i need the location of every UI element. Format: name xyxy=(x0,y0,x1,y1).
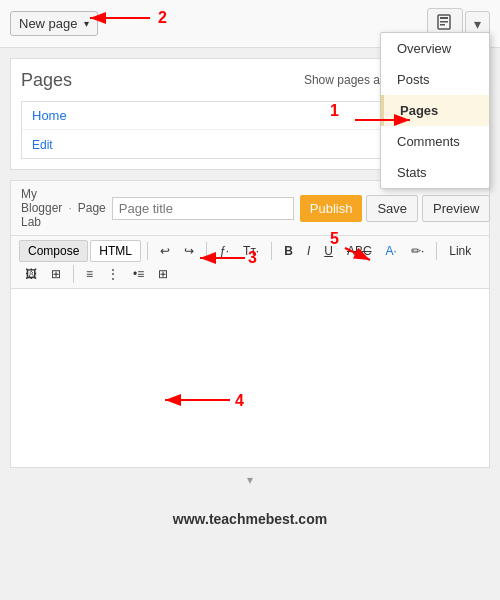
toolbar-separator xyxy=(147,242,148,260)
pages-title: Pages xyxy=(21,70,72,91)
show-pages-label: Show pages as xyxy=(304,73,386,87)
bg-color-button[interactable]: ✏· xyxy=(405,241,430,261)
toolbar-separator xyxy=(73,265,74,283)
editor-wrapper: My Blogger Lab · Page Publish Save Previ… xyxy=(10,180,490,491)
nav-dropdown: Overview Posts Pages Comments Stats xyxy=(380,32,490,189)
toolbar-separator xyxy=(271,242,272,260)
editor-toolbar: Compose HTML ↩ ↪ ƒ· Тт· B I U ABC A· ✏· … xyxy=(10,235,490,288)
html-tab[interactable]: HTML xyxy=(90,240,141,262)
dropdown-item-stats[interactable]: Stats xyxy=(381,157,489,188)
new-page-button[interactable]: New page ▾ xyxy=(10,11,98,36)
footer: www.teachmebest.com xyxy=(0,501,500,537)
publish-button[interactable]: Publish xyxy=(300,195,363,222)
font-size-button[interactable]: Тт· xyxy=(237,241,265,261)
table-button[interactable]: ⊞ xyxy=(152,264,174,284)
svg-rect-3 xyxy=(440,24,445,26)
bold-button[interactable]: B xyxy=(278,241,299,261)
dropdown-item-comments[interactable]: Comments xyxy=(381,126,489,157)
pages-icon xyxy=(436,13,454,31)
underline-button[interactable]: U xyxy=(318,241,339,261)
italic-button[interactable]: I xyxy=(301,241,316,261)
strikethrough-button[interactable]: ABC xyxy=(341,241,378,261)
link-button[interactable]: Link xyxy=(443,241,477,261)
text-color-button[interactable]: A· xyxy=(380,241,403,261)
compose-tab[interactable]: Compose xyxy=(19,240,88,262)
undo-button[interactable]: ↩ xyxy=(154,241,176,261)
toolbar-separator xyxy=(436,242,437,260)
image-button[interactable]: 🖼 xyxy=(19,264,43,284)
scroll-arrow: ▾ xyxy=(247,473,253,487)
align-button[interactable]: ≡ xyxy=(80,264,99,284)
action-buttons: Publish Save Preview xyxy=(300,195,491,222)
svg-rect-1 xyxy=(440,17,448,19)
more-button[interactable]: ⊞ xyxy=(45,264,67,284)
breadcrumb-site: My Blogger Lab xyxy=(21,187,62,229)
toolbar-separator xyxy=(206,242,207,260)
editor-content[interactable] xyxy=(10,288,490,468)
font-style-button[interactable]: ƒ· xyxy=(213,241,235,261)
save-button[interactable]: Save xyxy=(366,195,418,222)
svg-rect-2 xyxy=(440,21,448,23)
page-title-input[interactable] xyxy=(112,197,294,220)
new-page-arrow: ▾ xyxy=(84,18,89,29)
dropdown-item-overview[interactable]: Overview xyxy=(381,33,489,64)
num-list-button[interactable]: ⋮ xyxy=(101,264,125,284)
dropdown-item-pages[interactable]: Pages xyxy=(381,95,489,126)
footer-url: www.teachmebest.com xyxy=(173,511,327,527)
preview-button[interactable]: Preview xyxy=(422,195,490,222)
bull-list-button[interactable]: •≡ xyxy=(127,264,150,284)
redo-button[interactable]: ↪ xyxy=(178,241,200,261)
breadcrumb-sep: · xyxy=(68,201,71,215)
dropdown-item-posts[interactable]: Posts xyxy=(381,64,489,95)
scroll-indicator: ▾ xyxy=(10,468,490,491)
breadcrumb-page: Page xyxy=(78,201,106,215)
new-page-label: New page xyxy=(19,16,78,31)
